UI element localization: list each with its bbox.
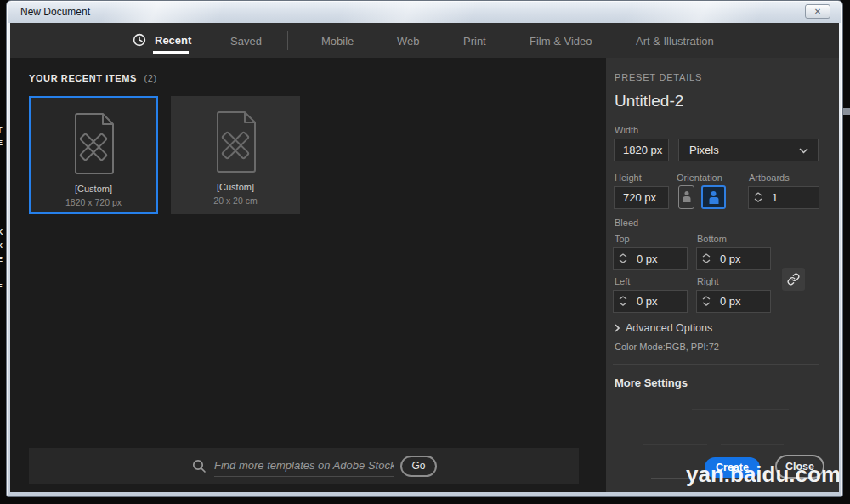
artifact-line	[692, 409, 789, 410]
orientation-portrait-button[interactable]	[678, 185, 694, 209]
screen: T E I K X E L F New Document ✕ Recent Sa…	[0, 0, 850, 504]
bleed-left-label: Left	[615, 276, 630, 286]
dialog-content: Recent Saved Mobile Web Print Film & Vid…	[10, 23, 839, 492]
background-window-fragment: L	[0, 269, 4, 277]
tab-divider	[287, 31, 288, 50]
tab-print[interactable]: Print	[463, 35, 486, 48]
background-window-fragment: I	[0, 214, 4, 223]
bleed-top-stepper[interactable]: 0 px	[613, 247, 688, 270]
recent-item-card[interactable]: [Custom] 20 x 20 cm	[171, 96, 300, 214]
background-window-fragment: F	[0, 282, 4, 291]
orientation-landscape-button-selected[interactable]	[701, 185, 726, 209]
chevron-right-icon	[615, 324, 620, 332]
recent-items-section: YOUR RECENT ITEMS (2) [Custom] 1820 x 72…	[10, 58, 606, 492]
custom-document-icon	[67, 111, 120, 176]
custom-document-icon	[209, 110, 262, 174]
tab-recent[interactable]: Recent	[155, 34, 191, 47]
stepper-arrows-icon[interactable]	[619, 294, 627, 308]
bleed-right-value: 0 px	[720, 291, 741, 312]
active-tab-underline	[153, 51, 189, 54]
artifact-line	[651, 478, 689, 479]
background-window-fragment: X	[0, 241, 4, 250]
artboards-stepper[interactable]: 1	[748, 186, 819, 209]
background-window-fragment: K	[0, 228, 4, 236]
bleed-top-label: Top	[615, 234, 630, 244]
recent-items-count: (2)	[144, 73, 157, 83]
bleed-bottom-value: 0 px	[720, 248, 741, 269]
stock-search-input[interactable]	[214, 455, 394, 477]
advanced-options-label: Advanced Options	[626, 322, 712, 334]
artboards-value: 1	[772, 187, 778, 208]
tab-mobile[interactable]: Mobile	[321, 35, 354, 48]
search-icon	[192, 459, 207, 473]
tab-bar: Recent Saved Mobile Web Print Film & Vid…	[10, 23, 839, 58]
bleed-right-label: Right	[697, 276, 719, 286]
recent-item-dimensions: 20 x 20 cm	[171, 195, 300, 206]
tab-saved[interactable]: Saved	[230, 35, 262, 48]
background-window-fragment: E	[0, 255, 4, 263]
bleed-label: Bleed	[615, 218, 638, 228]
stepper-arrows-icon[interactable]	[754, 190, 762, 204]
height-label: Height	[615, 173, 642, 183]
unit-dropdown[interactable]: Pixels	[678, 139, 819, 161]
adobe-stock-search-bar: Go	[29, 448, 579, 484]
background-window-fragment: E	[0, 139, 4, 147]
window-close-button[interactable]: ✕	[805, 4, 830, 19]
bleed-link-button[interactable]	[782, 268, 805, 291]
stepper-arrows-icon[interactable]	[619, 252, 627, 265]
advanced-options-toggle[interactable]: Advanced Options	[615, 322, 712, 334]
recent-item-card-selected[interactable]: [Custom] 1820 x 720 px	[29, 96, 158, 214]
tab-film-video[interactable]: Film & Video	[530, 35, 592, 48]
background-window-fragment: T	[0, 126, 4, 134]
more-settings-link[interactable]: More Settings	[615, 377, 688, 389]
orientation-label: Orientation	[677, 173, 722, 183]
stepper-arrows-icon[interactable]	[702, 252, 711, 265]
close-button[interactable]: Close	[775, 455, 824, 479]
go-button-label: Go	[411, 460, 425, 472]
landscape-person-icon	[709, 191, 718, 204]
height-input[interactable]: 720 px	[614, 186, 669, 209]
panel-divider	[613, 364, 819, 365]
width-label: Width	[615, 125, 638, 135]
new-document-dialog: New Document ✕ Recent Saved Mobile Web P…	[6, 0, 843, 497]
preset-details-header: PRESET DETAILS	[615, 72, 702, 82]
close-icon: ✕	[814, 7, 821, 16]
create-button[interactable]: Create	[705, 457, 760, 478]
recent-items-header: YOUR RECENT ITEMS (2)	[29, 73, 157, 83]
bleed-left-stepper[interactable]: 0 px	[613, 290, 688, 313]
bleed-bottom-label: Bottom	[697, 234, 727, 244]
clock-icon	[133, 33, 146, 47]
stepper-arrows-icon[interactable]	[702, 294, 711, 308]
bleed-top-value: 0 px	[637, 248, 658, 269]
bleed-left-value: 0 px	[637, 291, 658, 312]
document-name-field[interactable]: Untitled-2	[615, 92, 825, 116]
bleed-right-stepper[interactable]: 0 px	[696, 290, 771, 313]
tab-art-illustration[interactable]: Art & Illustration	[636, 35, 714, 48]
recent-items-title: YOUR RECENT ITEMS	[29, 73, 137, 83]
width-input[interactable]: 1820 px	[614, 139, 669, 161]
portrait-person-icon	[683, 191, 690, 202]
bleed-bottom-stepper[interactable]: 0 px	[696, 247, 771, 270]
window-title: New Document	[20, 6, 90, 18]
link-icon	[787, 273, 800, 286]
artboards-label: Artboards	[749, 173, 790, 183]
tab-web[interactable]: Web	[397, 35, 420, 48]
recent-item-name: [Custom]	[171, 182, 300, 192]
unit-dropdown-value: Pixels	[689, 144, 719, 156]
title-bar[interactable]: New Document ✕	[8, 2, 842, 23]
preset-details-panel: PRESET DETAILS Untitled-2 Width 1820 px …	[606, 58, 839, 492]
artifact-line	[721, 444, 784, 445]
artifact-line	[643, 444, 707, 445]
go-button[interactable]: Go	[400, 456, 437, 477]
chevron-down-icon	[799, 148, 808, 154]
recent-item-dimensions: 1820 x 720 px	[31, 197, 156, 207]
recent-item-name: [Custom]	[31, 184, 156, 194]
color-mode-info: Color Mode:RGB, PPI:72	[615, 342, 719, 352]
